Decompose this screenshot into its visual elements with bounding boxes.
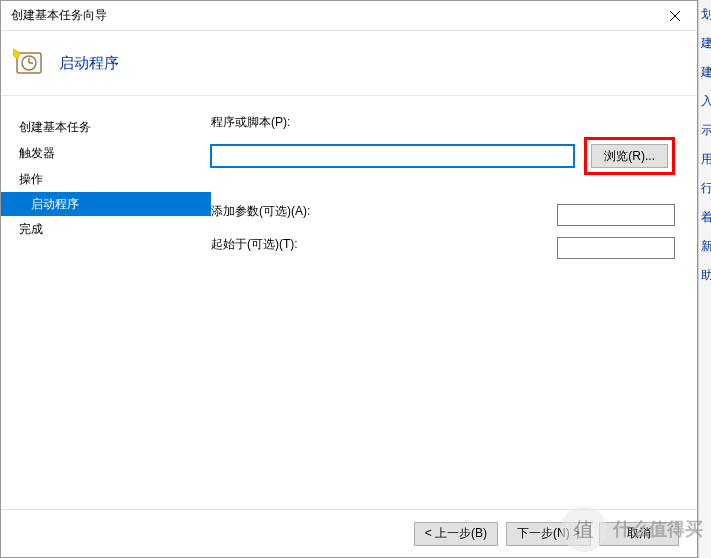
right-item: 示: [699, 116, 711, 145]
wizard-dialog: 创建基本任务向导 启动程序 创建基本任务 触发器 操作 启动程序 完成: [0, 0, 698, 558]
wizard-footer: < 上一步(B) 下一步(N) > 取消: [1, 509, 697, 557]
wizard-header-title: 启动程序: [59, 54, 119, 73]
startin-input[interactable]: [557, 237, 675, 259]
sidebar-item-finish[interactable]: 完成: [1, 216, 211, 242]
args-row: 添加参数(可选)(A):: [211, 203, 675, 226]
right-item: 行: [699, 174, 711, 203]
args-label: 添加参数(可选)(A):: [211, 203, 310, 220]
startin-label: 起始于(可选)(T):: [211, 236, 298, 253]
right-item: 用: [699, 145, 711, 174]
program-script-input[interactable]: [211, 145, 574, 167]
program-label: 程序或脚本(P):: [211, 114, 675, 131]
sidebar-item-action[interactable]: 操作: [1, 166, 211, 192]
right-item: 建: [699, 58, 711, 87]
program-group: 程序或脚本(P): 浏览(R)...: [211, 114, 675, 175]
next-button[interactable]: 下一步(N) >: [506, 522, 591, 546]
right-cutoff-panel: 划 建 建 入 示 用 行 着 新 助: [698, 0, 711, 558]
right-item: 建: [699, 29, 711, 58]
startin-row: 起始于(可选)(T):: [211, 236, 675, 259]
right-item: 入: [699, 87, 711, 116]
sidebar-item-start-program[interactable]: 启动程序: [1, 192, 211, 216]
right-item: 新: [699, 232, 711, 261]
browse-highlight: 浏览(R)...: [584, 137, 675, 175]
sidebar-item-trigger[interactable]: 触发器: [1, 140, 211, 166]
close-button[interactable]: [663, 4, 687, 28]
back-button[interactable]: < 上一步(B): [414, 522, 498, 546]
wizard-icon: [13, 47, 45, 79]
wizard-sidebar: 创建基本任务 触发器 操作 启动程序 完成: [1, 96, 211, 509]
wizard-content: 创建基本任务 触发器 操作 启动程序 完成 程序或脚本(P): 浏览(R)...…: [1, 96, 697, 509]
right-item: 着: [699, 203, 711, 232]
window-title: 创建基本任务向导: [11, 7, 107, 24]
args-input[interactable]: [557, 204, 675, 226]
titlebar: 创建基本任务向导: [1, 1, 697, 31]
right-item: 划: [699, 0, 711, 29]
wizard-header: 启动程序: [1, 31, 697, 96]
sidebar-item-create-task[interactable]: 创建基本任务: [1, 114, 211, 140]
close-icon: [670, 11, 680, 21]
browse-button[interactable]: 浏览(R)...: [591, 144, 668, 168]
program-input-row: 浏览(R)...: [211, 137, 675, 175]
cancel-button[interactable]: 取消: [599, 522, 679, 546]
wizard-main: 程序或脚本(P): 浏览(R)... 添加参数(可选)(A): 起始于(可选)(…: [211, 96, 697, 509]
right-item: 助: [699, 261, 711, 290]
